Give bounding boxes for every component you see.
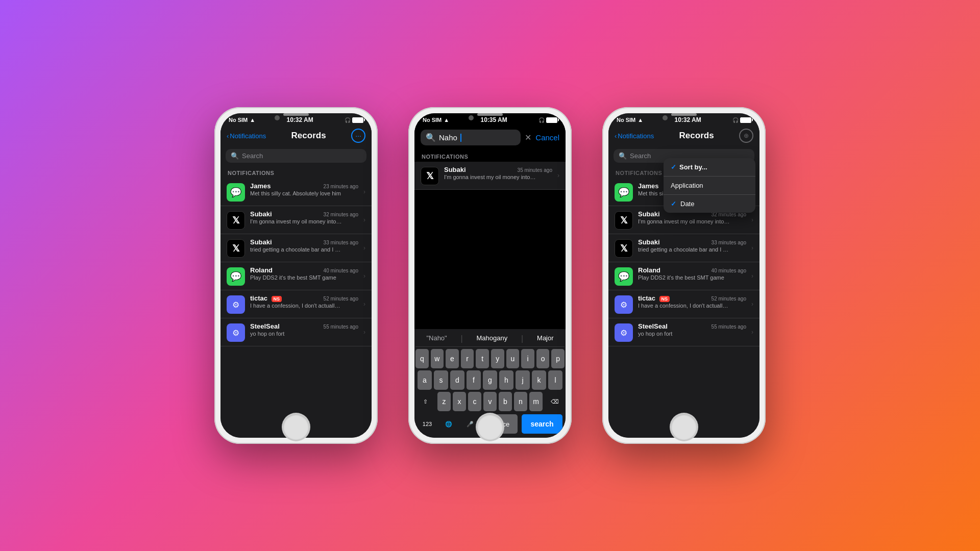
ns-badge3-tictac: NS [659, 296, 670, 302]
time-2: 10:35 AM [480, 116, 507, 123]
key-i[interactable]: i [521, 349, 534, 368]
nav-title-1: Records [291, 131, 326, 141]
notif3-roland[interactable]: 💬 Roland 40 minutes ago Play DDS2 it's t… [608, 262, 760, 290]
notif-text-tictac: I have a confession, I don't actually li… [250, 303, 342, 309]
keyboard-row-2: a s d f g h j k l [415, 370, 565, 390]
key-l[interactable]: l [548, 370, 562, 390]
home-button-3[interactable] [671, 414, 697, 440]
carrier-1: No SIM [229, 117, 248, 123]
notif3-sender-james: James [638, 182, 658, 190]
search-result-subaki[interactable]: 𝕏 Subaki 35 minutes ago I'm gonna invest… [414, 162, 566, 190]
notif3-tictac[interactable]: ⚙ tictac NS 52 minutes ago I have a conf… [608, 290, 760, 318]
notif-steelseal[interactable]: ⚙ SteelSeal 55 minutes ago yo hop on for… [220, 318, 372, 346]
more-icon-3[interactable]: ⊕ [739, 129, 753, 143]
key-e[interactable]: e [446, 349, 459, 368]
search-query-text: Naho [439, 133, 457, 142]
notif-james[interactable]: 💬 James 23 minutes ago Met this silly ca… [220, 178, 372, 206]
notif-time-tictac: 52 minutes ago [324, 296, 358, 302]
key-search[interactable]: search [522, 414, 562, 434]
key-d[interactable]: d [450, 370, 464, 390]
key-b[interactable]: b [499, 392, 512, 411]
notif-roland[interactable]: 💬 Roland 40 minutes ago Play DDS2 it's t… [220, 262, 372, 290]
key-t[interactable]: t [476, 349, 489, 368]
notif3-steelseal[interactable]: ⚙ SteelSeal 55 minutes ago yo hop on for… [608, 318, 760, 346]
key-mic[interactable]: 🎤 [460, 413, 480, 435]
key-v[interactable]: v [483, 392, 497, 411]
notif-tictac[interactable]: ⚙ tictac NS 52 minutes ago I have a conf… [220, 290, 372, 318]
notif-text-subaki1: I'm gonna invest my oil money into a nah… [250, 218, 342, 224]
home-button-2[interactable] [477, 414, 503, 440]
sort-application-item[interactable]: Application [664, 177, 755, 194]
key-r[interactable]: r [461, 349, 474, 368]
key-x[interactable]: x [453, 392, 466, 411]
notification-list-1: 💬 James 23 minutes ago Met this silly ca… [220, 178, 372, 438]
notif-time-roland: 40 minutes ago [324, 268, 358, 273]
keyboard-row-1: q w e r t y u i o p [415, 349, 565, 368]
key-z[interactable]: z [437, 392, 451, 411]
key-g[interactable]: g [483, 370, 497, 390]
back-button-1[interactable]: ‹ Notifications [227, 132, 266, 140]
notif3-text-roland: Play DDS2 it's the best SMT game [638, 274, 730, 281]
home-button-1[interactable] [283, 414, 309, 440]
key-backspace[interactable]: ⌫ [545, 392, 565, 411]
key-p[interactable]: p [551, 349, 565, 368]
key-k[interactable]: k [532, 370, 546, 390]
key-c[interactable]: c [468, 392, 481, 411]
clear-search-button[interactable]: ✕ [525, 133, 531, 142]
back-button-3[interactable]: ‹ Notifications [615, 132, 654, 140]
sort-date-item[interactable]: ✓ Date [664, 194, 755, 213]
notification-list-3: 💬 James 23 minutes ago Met this silly ca… [608, 178, 760, 438]
key-s[interactable]: s [434, 370, 448, 390]
search-input-active[interactable]: 🔍 Naho [421, 130, 521, 145]
key-j[interactable]: j [516, 370, 530, 390]
twitter-icon-result: 𝕏 [421, 167, 439, 185]
key-m[interactable]: m [529, 392, 543, 411]
search-bar-1[interactable]: 🔍 Search [226, 149, 366, 163]
notif3-chevron-subaki2: › [751, 244, 753, 252]
more-icon-1[interactable]: ··· [351, 129, 365, 143]
key-u[interactable]: u [506, 349, 520, 368]
notif3-content-roland: Roland 40 minutes ago Play DDS2 it's the… [638, 266, 746, 281]
phone-2: No SIM ▲ 10:35 AM 🎧 🔍 Naho ✕ Cancel NOTI… [408, 107, 572, 444]
back-chevron-1: ‹ [227, 132, 229, 140]
time-1: 10:32 AM [286, 116, 313, 123]
notif3-content-steelseal: SteelSeal 55 minutes ago yo hop on fort [638, 322, 746, 337]
key-shift[interactable]: ⇧ [415, 392, 435, 411]
notif-subaki-2[interactable]: 𝕏 Subaki 33 minutes ago tried getting a … [220, 234, 372, 262]
cancel-search-button[interactable]: Cancel [535, 133, 559, 142]
headphone-icon-3: 🎧 [732, 117, 739, 123]
phone-camera-2 [469, 115, 474, 120]
phone-camera-3 [663, 115, 668, 120]
section-notifications-1: NOTIFICATIONS [220, 166, 372, 178]
key-123[interactable]: 123 [418, 413, 437, 435]
notif-sender-roland: Roland [250, 266, 273, 274]
key-w[interactable]: w [431, 349, 444, 368]
sort-dropdown: ✓ Sort by... Application ✓ Date [664, 158, 755, 213]
key-a[interactable]: a [418, 370, 432, 390]
phone-speaker-2 [477, 113, 503, 116]
suggestion-mahogany[interactable]: Mahogany [477, 334, 508, 343]
key-globe[interactable]: 🌐 [439, 413, 458, 435]
notif3-text-steelseal: yo hop on fort [638, 331, 730, 337]
notif-subaki-1[interactable]: 𝕏 Subaki 32 minutes ago I'm gonna invest… [220, 206, 372, 234]
key-n[interactable]: n [514, 392, 527, 411]
headphone-icon-1: 🎧 [345, 117, 351, 123]
key-f[interactable]: f [467, 370, 481, 390]
carrier-2: No SIM [423, 117, 442, 123]
notif3-subaki-2[interactable]: 𝕏 Subaki 33 minutes ago tried getting a … [608, 234, 760, 262]
suggestion-major[interactable]: Major [537, 334, 554, 343]
battery-icon-1 [352, 117, 363, 123]
messages-icon-james: 💬 [227, 183, 245, 202]
key-o[interactable]: o [536, 349, 550, 368]
notif3-chevron-tictac: › [751, 300, 753, 308]
key-h[interactable]: h [499, 370, 513, 390]
twitter-icon-subaki2: 𝕏 [227, 239, 245, 258]
suggestion-naho[interactable]: "Naho" [426, 334, 447, 343]
messages-icon-roland: 💬 [227, 267, 245, 286]
notif-chevron-subaki1: › [363, 216, 365, 223]
key-q[interactable]: q [415, 349, 429, 368]
phone-speaker-1 [283, 113, 309, 116]
search-placeholder-1: Search [242, 152, 263, 160]
notif3-chevron-steelseal: › [751, 329, 753, 336]
key-y[interactable]: y [491, 349, 504, 368]
